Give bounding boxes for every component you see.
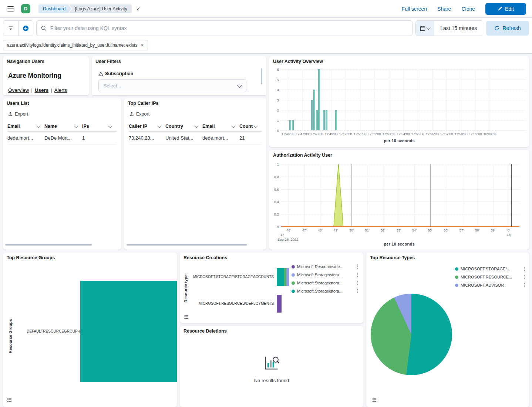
clone-link[interactable]: Clone: [461, 6, 475, 12]
histogram-bar[interactable]: [311, 100, 313, 131]
users-table: EmailNameIPsdede.mort...DeDe Mort...1: [7, 122, 117, 144]
legend-dot-icon: [292, 273, 295, 277]
refresh-button[interactable]: Refresh: [486, 21, 529, 36]
column-header-count[interactable]: Count: [239, 122, 262, 131]
histogram-bar[interactable]: [335, 110, 337, 130]
histogram-bar[interactable]: [316, 110, 318, 130]
menu-icon[interactable]: [6, 5, 15, 13]
x-axis-hour-start: 17: [272, 233, 287, 237]
column-header-name[interactable]: Name: [44, 122, 82, 131]
horizontal-scrollbar[interactable]: [127, 244, 247, 246]
query-menu-group: [3, 20, 33, 36]
histogram-bar[interactable]: [326, 110, 327, 130]
column-header-ips[interactable]: IPs: [82, 122, 116, 131]
y-tick-label: 5: [270, 78, 279, 82]
y-tick-label: 6: [270, 67, 279, 71]
panel-navigation-users: Navigation Users Azure Monitoring Overvi…: [3, 56, 89, 95]
nav-link-overview[interactable]: Overview: [8, 87, 29, 93]
column-header-country[interactable]: Country: [165, 122, 202, 131]
histogram-bar[interactable]: [292, 120, 294, 131]
legend-item-actions-icon[interactable]: [523, 266, 526, 272]
saved-check-icon[interactable]: ✓: [136, 6, 141, 12]
resource-group-bar[interactable]: [80, 281, 177, 382]
x-tick-label: 54': [405, 228, 423, 232]
legend-item-actions-icon[interactable]: [357, 280, 359, 286]
x-tick-label: 49': [327, 228, 345, 232]
legend-item[interactable]: MICROSOFT.ADVISOR: [455, 282, 525, 288]
authorization-spike[interactable]: [334, 164, 343, 227]
nav-link-users[interactable]: Users: [35, 87, 49, 93]
edit-button-label: Edit: [505, 6, 514, 12]
full-screen-link[interactable]: Full screen: [402, 6, 427, 12]
legend-dot-icon: [455, 267, 458, 271]
refresh-icon: [494, 26, 499, 31]
legend-item[interactable]: Microsoft.Storage/stora...: [292, 280, 359, 286]
gridline: [477, 164, 478, 227]
legend-label: Microsoft.Storage/stora...: [297, 289, 354, 293]
subscription-field-label: Subscription: [98, 71, 133, 76]
legend-label: MICROSOFT.RESOURCE...: [461, 275, 521, 279]
legend-item[interactable]: Microsoft.Storage/stora...: [292, 288, 359, 294]
panel-user-filters: User Filters Subscription Select...: [92, 56, 266, 95]
column-header-email[interactable]: Email: [7, 122, 44, 131]
column-header-email[interactable]: Email: [202, 122, 239, 131]
bar-segment[interactable]: [286, 268, 289, 286]
legend-toggle-icon[interactable]: [6, 396, 13, 404]
gridline: [414, 164, 415, 227]
legend-item[interactable]: MICROSOFT.RESOURCE...: [455, 274, 525, 280]
gridline: [399, 164, 399, 227]
export-button[interactable]: Export: [8, 111, 28, 117]
histogram-bar[interactable]: [289, 120, 291, 131]
time-range-button[interactable]: Last 15 minutes: [434, 21, 483, 36]
x-tick-label: 57': [453, 228, 471, 232]
column-header-label: Name: [44, 124, 57, 129]
breadcrumb-dashboard[interactable]: Dashboard: [38, 4, 71, 13]
histogram-bar[interactable]: [313, 90, 315, 130]
panel-top-resource-types: Top Resource Types MICROSOFT.STORAGE/...…: [366, 253, 529, 407]
horizontal-scrollbar[interactable]: [5, 244, 92, 246]
histogram-bar[interactable]: [323, 110, 325, 130]
kql-search-box[interactable]: [36, 20, 413, 36]
resource-groups-bar-chart: [3, 253, 177, 407]
legend-toggle-icon[interactable]: [371, 396, 378, 404]
remove-filter-icon[interactable]: ✕: [141, 43, 144, 48]
bar-segment[interactable]: [284, 268, 287, 286]
legend-item-actions-icon[interactable]: [357, 264, 359, 270]
legend-toggle-icon[interactable]: [183, 313, 190, 321]
edit-button[interactable]: Edit: [485, 3, 526, 15]
y-tick-label: 3: [270, 98, 279, 102]
sort-chevron-icon: [36, 124, 40, 128]
saved-query-menu-button[interactable]: [3, 21, 18, 36]
legend-item-actions-icon[interactable]: [523, 282, 526, 288]
bar-segment[interactable]: [277, 268, 284, 286]
add-filter-button[interactable]: [18, 21, 33, 36]
date-quick-select-button[interactable]: [416, 21, 434, 36]
legend-item[interactable]: MICROSOFT.STORAGE/...: [455, 266, 525, 272]
warning-triangle-icon: [98, 71, 103, 76]
space-avatar[interactable]: D: [21, 4, 30, 13]
legend-item-actions-icon[interactable]: [357, 288, 359, 294]
table-row: dede.mort...DeDe Mort...1: [7, 132, 117, 144]
legend-item-actions-icon[interactable]: [357, 272, 359, 278]
panel-title: Navigation Users: [7, 59, 44, 64]
chevron-down-icon: [426, 26, 430, 30]
legend-label: Microsoft.Resources/de...: [297, 264, 354, 269]
histogram-bar[interactable]: [318, 69, 320, 130]
sort-chevron-icon: [108, 124, 112, 128]
bar-segment[interactable]: [277, 295, 282, 313]
panel-scrollbar[interactable]: [261, 68, 262, 84]
column-header-caller-ip[interactable]: Caller IP: [129, 122, 165, 131]
nav-link-alerts[interactable]: Alerts: [54, 87, 67, 93]
kql-search-input[interactable]: [50, 25, 408, 31]
sort-chevron-icon: [253, 124, 257, 128]
gridline: [447, 69, 447, 130]
filter-pill[interactable]: azure.activitylogs.identity.claims_initi…: [3, 40, 148, 50]
export-button[interactable]: Export: [129, 111, 149, 117]
legend-item[interactable]: Microsoft.Resources/de...: [292, 264, 359, 270]
gridline: [509, 164, 509, 227]
share-link[interactable]: Share: [437, 6, 451, 12]
legend-item[interactable]: Microsoft.Storage/stora...: [292, 272, 359, 278]
legend-item-actions-icon[interactable]: [523, 274, 526, 280]
pie-chart[interactable]: [371, 294, 452, 375]
subscription-select[interactable]: Select...: [98, 79, 246, 92]
